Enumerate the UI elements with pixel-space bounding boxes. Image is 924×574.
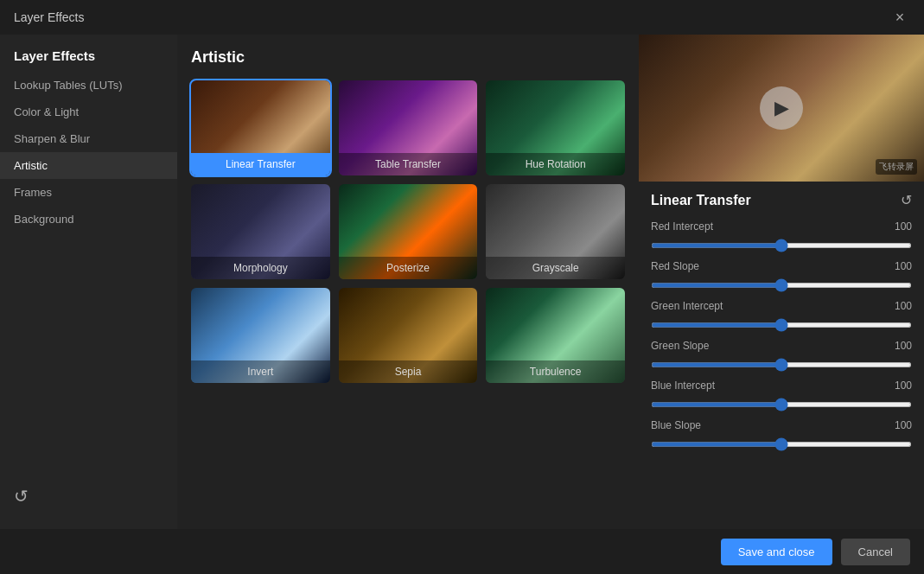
slider-row-blue-slope: Blue Slope100	[651, 419, 912, 450]
sidebar-reset-area: ↺	[0, 472, 177, 520]
effect-card-hue-rotation[interactable]: Hue Rotation	[486, 80, 625, 175]
sidebar-items: Lookup Tables (LUTs)Color & LightSharpen…	[0, 72, 177, 233]
slider-label-green-slope: Green Slope	[651, 340, 709, 352]
preview-watermark: 飞转录屏	[876, 159, 917, 175]
slider-value-green-slope: 100	[895, 340, 912, 352]
slider-track-red-slope	[651, 276, 912, 291]
slider-input-red-intercept[interactable]	[651, 243, 912, 248]
sidebar-item-background[interactable]: Background	[0, 206, 177, 233]
title-bar: Layer Effects ×	[0, 0, 924, 35]
slider-label-blue-intercept: Blue Intercept	[651, 379, 715, 392]
sidebar-item-artistic[interactable]: Artistic	[0, 152, 177, 179]
effect-card-grayscale[interactable]: Grayscale	[486, 184, 625, 279]
slider-label-red-slope: Red Slope	[651, 260, 699, 272]
effect-label-sepia: Sepia	[339, 360, 478, 383]
slider-value-green-intercept: 100	[895, 300, 912, 312]
middle-panel: Artistic Linear TransferTable TransferHu…	[177, 35, 639, 529]
effect-card-linear-transfer[interactable]: Linear Transfer	[191, 80, 330, 175]
effect-card-morphology[interactable]: Morphology	[191, 184, 330, 279]
effect-label-turbulence: Turbulence	[486, 360, 625, 383]
sidebar-item-frames[interactable]: Frames	[0, 179, 177, 206]
sidebar: Layer Effects Lookup Tables (LUTs)Color …	[0, 35, 177, 529]
effect-label-invert: Invert	[191, 360, 330, 383]
effect-label-grayscale: Grayscale	[486, 257, 625, 279]
sliders-container: Red Intercept100Red Slope100Green Interc…	[651, 220, 912, 450]
slider-value-blue-intercept: 100	[895, 379, 912, 392]
slider-value-red-intercept: 100	[895, 220, 912, 233]
slider-input-green-intercept[interactable]	[651, 322, 912, 328]
effect-card-invert[interactable]: Invert	[191, 288, 330, 383]
effect-card-sepia[interactable]: Sepia	[339, 288, 478, 383]
slider-input-blue-slope[interactable]	[651, 442, 912, 447]
right-panel: ▶ 飞转录屏 Linear Transfer ↺ Red Intercept10…	[639, 35, 924, 529]
slider-row-green-intercept: Green Intercept100	[651, 300, 912, 331]
footer: Save and close Cancel	[0, 529, 924, 574]
sidebar-section-title: Layer Effects	[0, 43, 177, 72]
effects-grid: Linear TransferTable TransferHue Rotatio…	[191, 80, 625, 383]
right-reset-button[interactable]: ↺	[901, 192, 912, 208]
slider-row-red-slope: Red Slope100	[651, 260, 912, 291]
slider-track-green-intercept	[651, 316, 912, 331]
effect-label-hue-rotation: Hue Rotation	[486, 153, 625, 175]
slider-input-blue-intercept[interactable]	[651, 402, 912, 407]
slider-input-red-slope[interactable]	[651, 283, 912, 288]
sidebar-item-lookup-tables[interactable]: Lookup Tables (LUTs)	[0, 72, 177, 99]
right-controls: Linear Transfer ↺ Red Intercept100Red Sl…	[639, 182, 924, 529]
slider-row-green-slope: Green Slope100	[651, 340, 912, 371]
right-panel-title: Linear Transfer	[651, 193, 751, 208]
slider-value-red-slope: 100	[895, 260, 912, 272]
save-and-close-button[interactable]: Save and close	[721, 539, 832, 565]
sidebar-item-sharpen-blur[interactable]: Sharpen & Blur	[0, 125, 177, 152]
slider-track-blue-intercept	[651, 395, 912, 411]
slider-label-blue-slope: Blue Slope	[651, 419, 701, 431]
cancel-button[interactable]: Cancel	[841, 539, 910, 565]
close-button[interactable]: ×	[889, 7, 910, 28]
right-panel-title-row: Linear Transfer ↺	[651, 192, 912, 208]
slider-label-green-intercept: Green Intercept	[651, 300, 723, 312]
effect-label-table-transfer: Table Transfer	[339, 153, 478, 175]
slider-row-red-intercept: Red Intercept100	[651, 220, 912, 252]
slider-row-blue-intercept: Blue Intercept100	[651, 379, 912, 411]
slider-track-red-intercept	[651, 236, 912, 252]
effect-label-morphology: Morphology	[191, 257, 330, 279]
slider-track-green-slope	[651, 355, 912, 371]
effect-card-table-transfer[interactable]: Table Transfer	[339, 80, 478, 175]
effect-label-linear-transfer: Linear Transfer	[191, 153, 330, 175]
slider-track-blue-slope	[651, 435, 912, 450]
preview-area: ▶ 飞转录屏	[639, 35, 924, 182]
main-content: Layer Effects Lookup Tables (LUTs)Color …	[0, 35, 924, 529]
play-button[interactable]: ▶	[760, 86, 803, 130]
slider-label-red-intercept: Red Intercept	[651, 220, 713, 233]
slider-value-blue-slope: 100	[895, 419, 912, 431]
play-icon: ▶	[774, 97, 789, 119]
effect-card-posterize[interactable]: Posterize	[339, 184, 478, 279]
effect-card-turbulence[interactable]: Turbulence	[486, 288, 625, 383]
effect-label-posterize: Posterize	[339, 257, 478, 279]
slider-input-green-slope[interactable]	[651, 362, 912, 367]
app-window: Layer Effects × Layer Effects Lookup Tab…	[0, 0, 924, 574]
panel-title: Artistic	[191, 48, 625, 67]
sidebar-reset-button[interactable]: ↺	[14, 486, 29, 507]
window-title: Layer Effects	[14, 10, 84, 24]
sidebar-item-color-light[interactable]: Color & Light	[0, 99, 177, 125]
